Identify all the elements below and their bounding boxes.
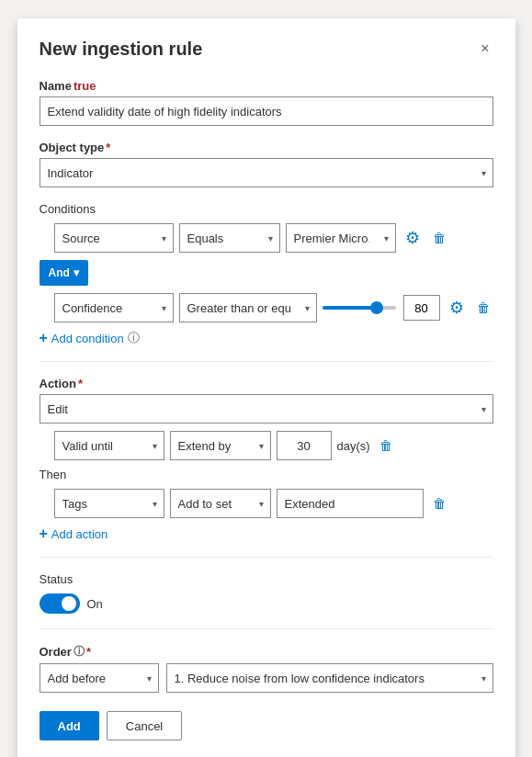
divider-1 <box>40 361 493 362</box>
add-condition-label: Add condition <box>51 332 124 345</box>
action1-delete-button[interactable]: 🗑 <box>376 435 396 457</box>
action2-field-select[interactable]: Tags <box>54 489 164 518</box>
close-button[interactable]: × <box>477 37 492 61</box>
dialog-title: New ingestion rule <box>40 39 203 60</box>
condition2-delete-button[interactable]: 🗑 <box>473 297 493 319</box>
action2-delete-button[interactable]: 🗑 <box>429 492 449 514</box>
action1-field-select[interactable]: Valid until <box>54 431 164 460</box>
condition-row-1: Source ▾ Equals ▾ Premier Micro... ▾ ⚙ 🗑 <box>54 223 493 253</box>
action-section: Action * Edit ▾ Valid until ▾ Extend by … <box>40 377 493 542</box>
name-required: true <box>74 79 96 93</box>
action-row-1: Valid until ▾ Extend by ▾ day(s) 🗑 <box>54 431 493 460</box>
condition1-field-select[interactable]: Source <box>54 223 174 253</box>
condition2-field-select[interactable]: Confidence <box>54 293 174 322</box>
condition1-settings-button[interactable]: ⚙ <box>402 224 424 252</box>
condition1-operator-select[interactable]: Equals <box>179 223 280 253</box>
status-on-label: On <box>87 597 103 611</box>
add-condition-info-icon: ⓘ <box>128 330 140 346</box>
new-ingestion-rule-dialog: New ingestion rule × Name true Object ty… <box>17 18 515 757</box>
add-button[interactable]: Add <box>40 711 99 740</box>
and-chevron-icon: ▾ <box>74 266 79 279</box>
order-row: Add before Add after ▾ 1. Reduce noise f… <box>40 663 493 693</box>
divider-2 <box>40 557 493 558</box>
object-type-required: * <box>106 141 110 154</box>
confidence-slider[interactable] <box>323 306 396 310</box>
condition1-value-select[interactable]: Premier Micro... <box>286 223 396 253</box>
add-action-button[interactable]: + Add action <box>40 525 108 542</box>
order-label: Order ⓘ * <box>40 644 493 660</box>
name-field-group: Name true <box>40 79 493 126</box>
action-required: * <box>78 377 83 390</box>
action1-unit-label: day(s) <box>337 439 370 453</box>
and-connector-button[interactable]: And ▾ <box>40 260 88 286</box>
object-type-select[interactable]: Indicator <box>40 158 493 187</box>
action-type-select[interactable]: Edit <box>40 394 493 424</box>
status-section: Status On <box>40 572 493 614</box>
order-info-icon: ⓘ <box>74 644 85 660</box>
toggle-container: On <box>40 593 493 614</box>
object-type-label: Object type * <box>40 141 493 154</box>
add-action-label: Add action <box>51 527 108 541</box>
condition2-operator-select[interactable]: Greater than or equal <box>179 293 317 322</box>
status-label: Status <box>40 572 493 586</box>
action1-number-input[interactable] <box>277 431 332 460</box>
action-label: Action * <box>40 377 493 390</box>
toggle-slider <box>40 593 80 614</box>
action1-operator-select[interactable]: Extend by <box>170 431 271 460</box>
name-label: Name true <box>40 79 493 93</box>
order-required: * <box>86 645 91 659</box>
conditions-label: Conditions <box>40 202 493 216</box>
action2-operator-select[interactable]: Add to set <box>170 489 271 518</box>
confidence-slider-container <box>323 295 440 321</box>
order-rule-select[interactable]: 1. Reduce noise from low confidence indi… <box>166 663 493 693</box>
conditions-section: Conditions Source ▾ Equals ▾ Premier Mic… <box>40 202 493 346</box>
then-label: Then <box>40 468 493 481</box>
order-section: Order ⓘ * Add before Add after ▾ 1. Redu… <box>40 644 493 693</box>
action-row-2: Tags ▾ Add to set ▾ 🗑 <box>54 489 493 518</box>
condition2-settings-button[interactable]: ⚙ <box>446 294 468 322</box>
confidence-value-input[interactable] <box>403 295 440 321</box>
dialog-header: New ingestion rule × <box>40 37 493 61</box>
action2-value-input[interactable] <box>277 489 424 518</box>
divider-3 <box>40 628 493 629</box>
object-type-field-group: Object type * Indicator ▾ <box>40 141 493 187</box>
add-condition-plus-icon: + <box>40 330 48 346</box>
order-position-select[interactable]: Add before Add after <box>40 663 159 693</box>
cancel-button[interactable]: Cancel <box>107 711 182 740</box>
add-condition-button[interactable]: + Add condition ⓘ <box>40 330 140 346</box>
footer-buttons: Add Cancel <box>40 711 493 740</box>
add-action-plus-icon: + <box>40 525 48 542</box>
status-toggle[interactable] <box>40 593 80 614</box>
condition1-delete-button[interactable]: 🗑 <box>429 227 449 249</box>
condition-row-2: Confidence ▾ Greater than or equal ▾ ⚙ 🗑 <box>54 293 493 322</box>
name-input[interactable] <box>40 96 493 126</box>
